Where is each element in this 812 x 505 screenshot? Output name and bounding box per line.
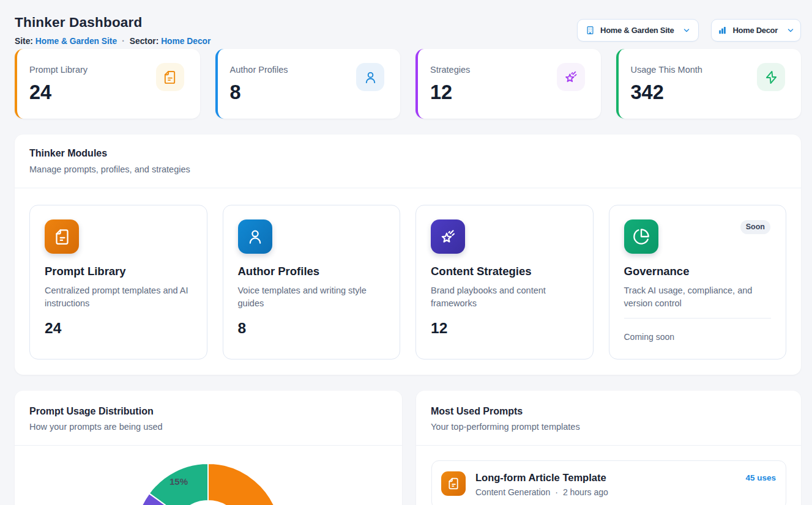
svg-text:15%: 15% bbox=[169, 476, 188, 487]
